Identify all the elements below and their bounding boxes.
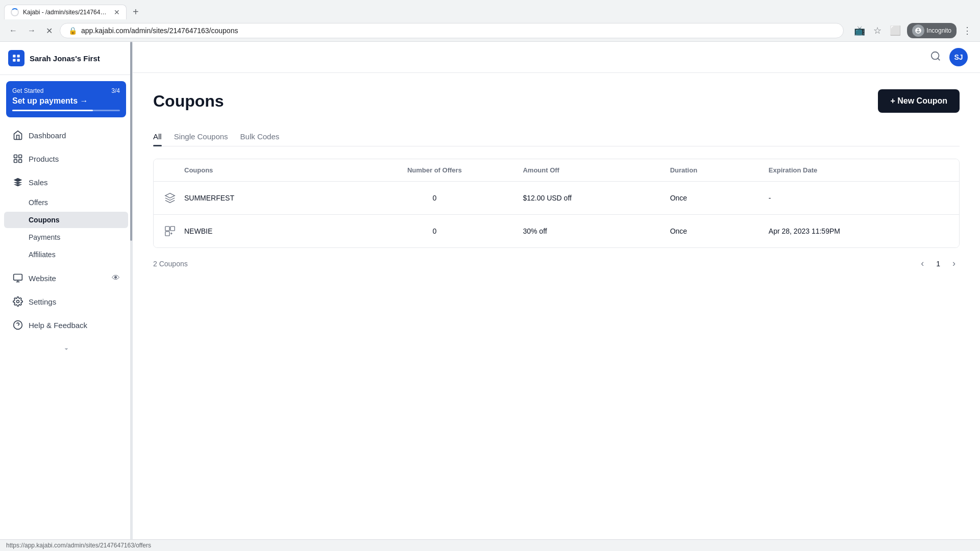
sidebar-item-products[interactable]: Products: [4, 148, 128, 169]
address-text: app.kajabi.com/admin/sites/2147647163/co…: [81, 27, 238, 35]
table-footer: 2 Coupons ‹ 1 ›: [153, 248, 960, 279]
get-started-top: Get Started 3/4: [12, 87, 120, 94]
settings-icon: [12, 296, 23, 307]
svg-rect-18: [165, 232, 169, 236]
incognito-badge: Incognito: [907, 23, 957, 38]
sidebar: Sarah Jonas's First Get Started 3/4 Set …: [0, 42, 133, 539]
coupon-duration-newbie: Once: [662, 215, 761, 248]
col-offers: Number of Offers: [354, 159, 514, 182]
forward-button[interactable]: →: [24, 24, 39, 37]
status-bar: https://app.kajabi.com/admin/sites/21476…: [0, 539, 980, 551]
svg-rect-1: [17, 55, 20, 57]
sidebar-item-sales[interactable]: Sales: [4, 171, 128, 193]
svg-rect-3: [17, 59, 20, 62]
coupon-name-summerfest: SUMMERFEST: [184, 194, 234, 202]
svg-line-15: [938, 58, 940, 60]
col-amount: Amount Off: [514, 159, 662, 182]
back-button[interactable]: ←: [6, 24, 20, 37]
address-bar: ← → ✕ 🔒 app.kajabi.com/admin/sites/21476…: [0, 20, 980, 41]
svg-rect-17: [170, 227, 175, 231]
sidebar-scrollbar-thumb: [130, 42, 132, 241]
search-button[interactable]: [930, 51, 941, 64]
new-tab-button[interactable]: +: [129, 4, 143, 20]
active-tab[interactable]: Kajabi - /admin/sites/214764716 ✕: [4, 5, 127, 19]
incognito-avatar: [912, 24, 924, 37]
tab-single-coupons[interactable]: Single Coupons: [174, 127, 228, 146]
coupon-cell-newbie: NEWBIE: [162, 223, 346, 239]
global-header: SJ: [133, 42, 980, 73]
main: SJ Coupons + New Coupon All Single Coupo…: [133, 42, 980, 539]
user-avatar[interactable]: SJ: [949, 48, 968, 66]
affiliates-label: Affiliates: [29, 251, 56, 259]
pagination: ‹ 1 ›: [917, 256, 960, 271]
table-header-row: Coupons Number of Offers Amount Off Dura…: [154, 159, 959, 182]
tab-bar-coupons: All Single Coupons Bulk Codes: [153, 127, 960, 146]
coupon-name-cell: SUMMERFEST: [154, 182, 354, 215]
get-started-title: Set up payments →: [12, 96, 120, 106]
tab-title: Kajabi - /admin/sites/214764716: [23, 9, 108, 16]
reload-button[interactable]: ✕: [43, 24, 56, 38]
payments-label: Payments: [29, 233, 60, 241]
sidebar-item-website[interactable]: Website 👁: [4, 267, 128, 289]
app: Sarah Jonas's First Get Started 3/4 Set …: [0, 42, 980, 539]
sales-icon: [12, 177, 23, 188]
coupon-name-cell: NEWBIE: [154, 215, 354, 248]
menu-button[interactable]: ⋮: [961, 23, 974, 38]
total-count: 2 Coupons: [153, 260, 188, 268]
tab-bulk-codes[interactable]: Bulk Codes: [240, 127, 280, 146]
sales-label: Sales: [29, 178, 48, 187]
get-started-progress-bar: [12, 110, 120, 111]
get-started-progress-fill: [12, 110, 93, 111]
tab-all[interactable]: All: [153, 127, 162, 146]
next-page-button[interactable]: ›: [948, 256, 960, 271]
sidebar-item-coupons[interactable]: Coupons: [4, 212, 128, 228]
svg-point-11: [17, 300, 19, 303]
coupon-name-newbie: NEWBIE: [184, 227, 212, 235]
coupon-amount-newbie: 30% off: [514, 215, 662, 248]
table-row[interactable]: NEWBIE 0 30% off Once Apr 28, 2023 11:59…: [154, 215, 959, 248]
tab-bar: Kajabi - /admin/sites/214764716 ✕ +: [0, 0, 980, 20]
status-url: https://app.kajabi.com/admin/sites/21476…: [6, 542, 151, 549]
coupons-table-container: Coupons Number of Offers Amount Off Dura…: [153, 159, 960, 248]
sidebar-scrollbar[interactable]: [130, 42, 132, 539]
help-label: Help & Feedback: [29, 321, 87, 330]
page-title: Coupons: [153, 92, 224, 111]
new-coupon-button[interactable]: + New Coupon: [878, 89, 960, 113]
page-header: Coupons + New Coupon: [153, 89, 960, 113]
profile-button[interactable]: ⬜: [888, 23, 903, 38]
address-input[interactable]: 🔒 app.kajabi.com/admin/sites/2147647163/…: [60, 23, 844, 38]
coupon-expiration-newbie: Apr 28, 2023 11:59PM: [761, 215, 959, 248]
coupon-offers-summerfest: 0: [354, 182, 514, 215]
col-duration: Duration: [662, 159, 761, 182]
sidebar-item-affiliates[interactable]: Affiliates: [4, 246, 128, 263]
browser-actions: 📺 ☆ ⬜ Incognito ⋮: [852, 23, 974, 38]
sidebar-item-payments[interactable]: Payments: [4, 229, 128, 245]
brand-icon: [8, 50, 24, 66]
col-coupons: Coupons: [154, 159, 354, 182]
get-started-banner[interactable]: Get Started 3/4 Set up payments →: [6, 81, 126, 117]
products-icon: [12, 153, 23, 164]
tab-close-button[interactable]: ✕: [114, 8, 120, 16]
prev-page-button[interactable]: ‹: [917, 256, 928, 271]
svg-rect-0: [13, 55, 15, 57]
website-label: Website: [29, 274, 56, 283]
sidebar-item-offers[interactable]: Offers: [4, 194, 128, 211]
cast-button[interactable]: 📺: [852, 23, 867, 38]
help-icon: [12, 319, 23, 331]
sidebar-item-settings[interactable]: Settings: [4, 291, 128, 312]
sidebar-item-dashboard[interactable]: Dashboard: [4, 124, 128, 146]
browser-chrome: Kajabi - /admin/sites/214764716 ✕ + ← → …: [0, 0, 980, 42]
incognito-label: Incognito: [926, 27, 951, 34]
svg-rect-7: [19, 160, 22, 163]
coupon-offers-newbie: 0: [354, 215, 514, 248]
svg-rect-16: [165, 227, 169, 231]
bookmark-button[interactable]: ☆: [871, 23, 884, 38]
svg-rect-4: [14, 155, 17, 158]
sidebar-item-help[interactable]: Help & Feedback: [4, 314, 128, 336]
coupon-amount-summerfest: $12.00 USD off: [514, 182, 662, 215]
svg-rect-5: [19, 155, 22, 158]
table-row[interactable]: SUMMERFEST 0 $12.00 USD off Once -: [154, 182, 959, 215]
coupons-table: Coupons Number of Offers Amount Off Dura…: [154, 159, 959, 247]
svg-rect-8: [14, 274, 22, 281]
svg-rect-6: [14, 160, 17, 163]
